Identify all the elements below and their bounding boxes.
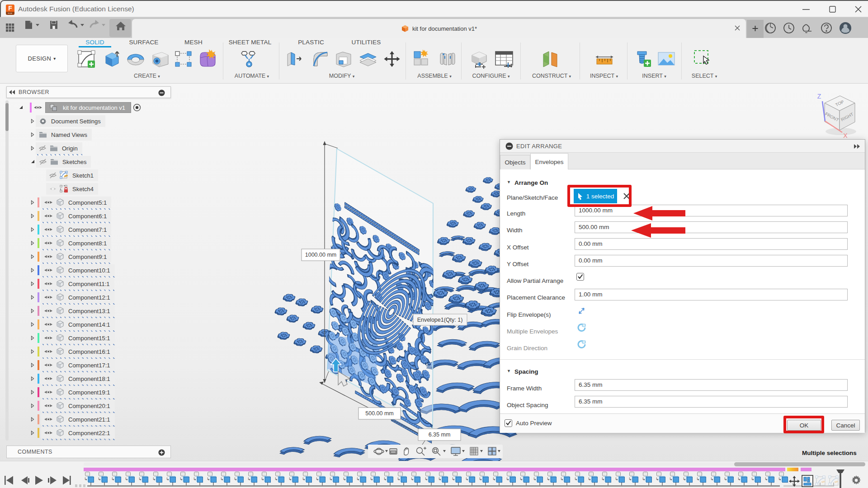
svg-text:1000.00 mm: 1000.00 mm <box>305 252 336 258</box>
svg-text:Envelope1(Qty: 1): Envelope1(Qty: 1) <box>417 317 463 323</box>
svg-text:Z: Z <box>817 93 821 100</box>
svg-text:6.35 mm: 6.35 mm <box>429 432 451 438</box>
svg-text:500.00 mm: 500.00 mm <box>365 410 394 417</box>
svg-text:X: X <box>843 132 848 139</box>
